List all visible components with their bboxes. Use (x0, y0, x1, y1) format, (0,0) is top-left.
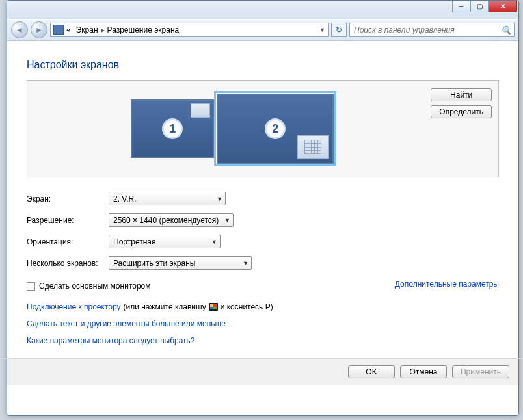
help-links: Подключение к проектору (или нажмите кла… (27, 302, 499, 345)
search-box[interactable]: 🔍 (349, 23, 515, 37)
orientation-select-value: Портретная (113, 237, 155, 246)
content-area: Настройки экранов 1 2 Найти Определить (7, 41, 518, 345)
dialog-buttons: OK Отмена Применить (7, 359, 518, 385)
connect-projector-link[interactable]: Подключение к проектору (27, 302, 121, 311)
maximize-button[interactable]: ▢ (470, 1, 489, 12)
close-button[interactable]: ✕ (489, 1, 517, 12)
page-title: Настройки экранов (27, 59, 499, 71)
breadcrumb-item-screen[interactable]: Экран (76, 25, 98, 34)
chevron-down-icon: ▼ (243, 260, 248, 267)
monitor-2-decoration (297, 135, 329, 159)
monitor-2-selected[interactable]: 2 (217, 94, 334, 164)
windows-key-icon (209, 303, 218, 311)
minimize-button[interactable]: ─ (452, 1, 470, 12)
breadcrumb-chevrons: « (66, 25, 71, 34)
orientation-select[interactable]: Портретная ▼ (109, 235, 221, 248)
breadcrumb-dropdown-icon[interactable]: ▼ (319, 27, 325, 33)
text-size-link[interactable]: Сделать текст и другие элементы больше и… (27, 319, 499, 328)
make-primary-label: Сделать основным монитором (39, 282, 151, 291)
chevron-down-icon: ▼ (224, 217, 230, 224)
label-resolution: Разрешение: (27, 216, 109, 225)
make-primary-checkbox-row[interactable]: Сделать основным монитором (27, 282, 151, 291)
breadcrumb[interactable]: « Экран ▸ Разрешение экрана ▼ (50, 23, 329, 37)
identify-button[interactable]: Определить (431, 105, 492, 118)
monitor-1[interactable]: 1 (131, 99, 214, 158)
nav-back-button[interactable]: ◄ (11, 21, 28, 38)
projector-hint-1: (или нажмите клавишу (124, 302, 206, 311)
advanced-settings-link[interactable]: Дополнительные параметры (395, 280, 499, 289)
breadcrumb-item-resolution[interactable]: Разрешение экрана (107, 25, 180, 34)
search-input[interactable] (353, 25, 501, 35)
multiple-displays-value: Расширить эти экраны (113, 259, 195, 268)
display-select-value: 2. V.R. (113, 194, 137, 203)
refresh-button[interactable]: ↻ (331, 23, 347, 37)
ok-button[interactable]: OK (348, 365, 395, 378)
resolution-select[interactable]: 2560 × 1440 (рекомендуется) ▼ (109, 213, 234, 227)
window-controls: ─ ▢ ✕ (452, 1, 517, 12)
apply-button[interactable]: Применить (452, 365, 509, 378)
monitor-preview-panel: 1 2 Найти Определить (27, 80, 499, 177)
display-settings-window: ─ ▢ ✕ ◄ ► « Экран ▸ Разрешение экрана ▼ … (7, 0, 519, 416)
titlebar: ─ ▢ ✕ (7, 1, 518, 19)
display-select[interactable]: 2. V.R. ▼ (109, 192, 226, 205)
control-panel-icon (53, 25, 64, 35)
label-display: Экран: (27, 194, 109, 203)
label-orientation: Ориентация: (27, 237, 109, 246)
cancel-button[interactable]: Отмена (400, 365, 447, 378)
projector-hint-2: и коснитесь P) (221, 302, 273, 311)
monitor-layout[interactable]: 1 2 (34, 85, 431, 173)
make-primary-checkbox[interactable] (27, 282, 35, 291)
multiple-displays-select[interactable]: Расширить эти экраны ▼ (109, 256, 252, 270)
monitor-1-number: 1 (162, 118, 183, 139)
settings-form: Экран: 2. V.R. ▼ Разрешение: 2560 × 1440… (27, 192, 499, 345)
nav-forward-button[interactable]: ► (31, 21, 47, 38)
chevron-right-icon: ▸ (101, 25, 105, 34)
search-icon[interactable]: 🔍 (501, 25, 511, 35)
which-settings-link[interactable]: Какие параметры монитора следует выбрать… (27, 336, 499, 345)
chevron-down-icon: ▼ (211, 239, 217, 245)
resolution-select-value: 2560 × 1440 (рекомендуется) (113, 216, 219, 225)
nav-strip: ◄ ► « Экран ▸ Разрешение экрана ▼ ↻ 🔍 (7, 19, 518, 41)
find-button[interactable]: Найти (431, 88, 492, 101)
chevron-down-icon: ▼ (217, 196, 222, 202)
monitor-2-number: 2 (265, 118, 286, 139)
label-multiple-displays: Несколько экранов: (27, 259, 109, 268)
monitor-1-decoration (191, 103, 210, 118)
preview-side-buttons: Найти Определить (431, 85, 492, 173)
